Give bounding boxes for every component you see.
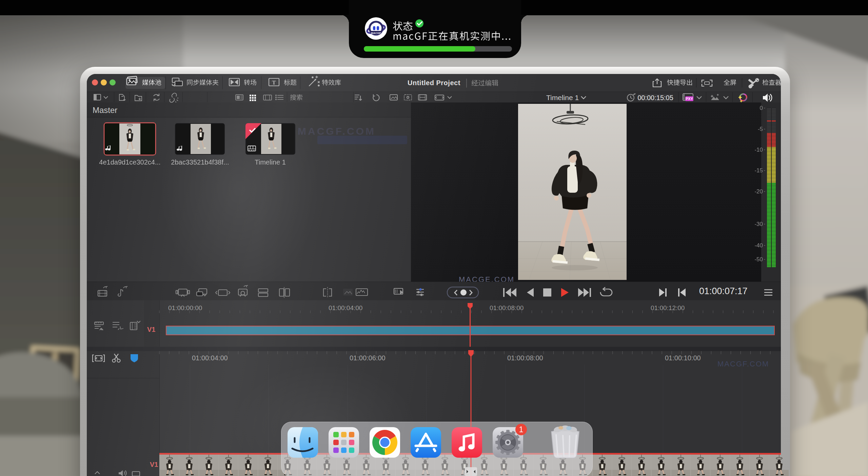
svg-text:MACGF: MACGF [371, 32, 381, 35]
svg-text:1: 1 [519, 425, 524, 434]
